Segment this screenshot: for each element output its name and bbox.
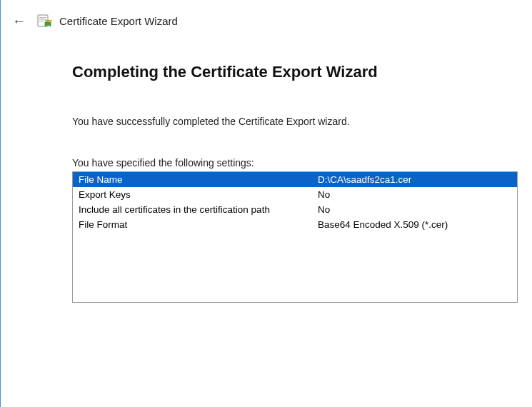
setting-label: File Name (73, 172, 312, 187)
setting-value: D:\CA\saadfs2ca1.cer (312, 172, 517, 187)
wizard-content: Completing the Certificate Export Wizard… (1, 34, 532, 303)
setting-label: Include all certificates in the certific… (73, 202, 312, 217)
table-row[interactable]: Export KeysNo (73, 187, 517, 202)
table-row[interactable]: File FormatBase64 Encoded X.509 (*.cer) (73, 217, 517, 232)
certificate-wizard-icon (36, 13, 52, 29)
svg-rect-2 (39, 19, 46, 20)
setting-label: File Format (73, 217, 312, 232)
setting-label: Export Keys (73, 187, 312, 202)
settings-summary-box: File NameD:\CA\saadfs2ca1.cerExport Keys… (72, 171, 518, 303)
completion-message: You have successfully completed the Cert… (72, 116, 495, 127)
settings-intro-label: You have specified the following setting… (72, 157, 495, 169)
setting-value: No (312, 187, 517, 202)
table-row[interactable]: Include all certificates in the certific… (73, 202, 517, 217)
setting-value: No (312, 202, 517, 217)
back-arrow-icon[interactable]: ← (9, 14, 29, 28)
svg-rect-3 (39, 21, 44, 21)
setting-value: Base64 Encoded X.509 (*.cer) (312, 217, 517, 232)
wizard-title: Certificate Export Wizard (59, 15, 178, 27)
wizard-window: ← Certificate Export Wizard Completing t… (0, 0, 532, 407)
settings-table: File NameD:\CA\saadfs2ca1.cerExport Keys… (73, 172, 517, 232)
table-row[interactable]: File NameD:\CA\saadfs2ca1.cer (73, 172, 517, 187)
wizard-header: ← Certificate Export Wizard (1, 0, 532, 34)
svg-rect-1 (39, 17, 46, 18)
page-heading: Completing the Certificate Export Wizard (72, 63, 495, 81)
